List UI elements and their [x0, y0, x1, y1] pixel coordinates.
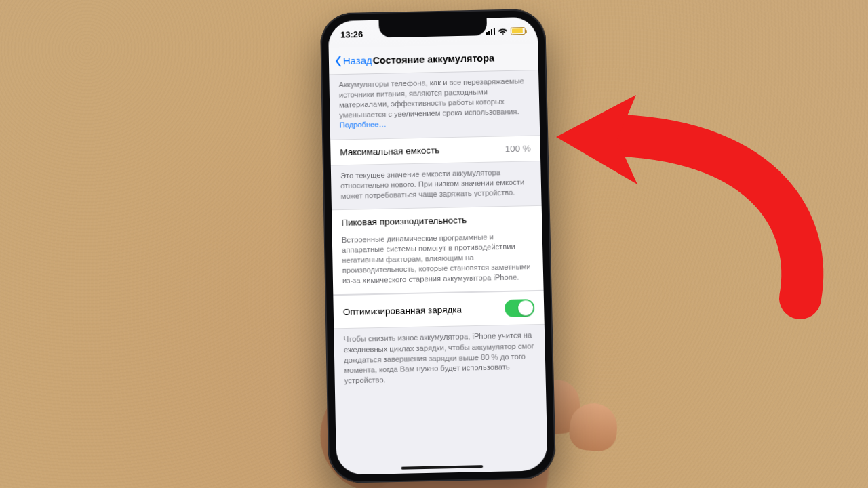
cellular-signal-icon — [486, 28, 495, 35]
navigation-bar: Назад Состояние аккумулятора — [329, 43, 538, 75]
max-capacity-label: Максимальная емкость — [340, 145, 439, 157]
iphone-device: 13:26 Назад Состояние аккумулятора — [320, 9, 556, 483]
back-button[interactable]: Назад — [332, 52, 375, 70]
settings-content[interactable]: Аккумуляторы телефона, как и все перезар… — [329, 70, 546, 394]
peak-performance-header: Пиковая производительность — [332, 205, 542, 235]
wifi-icon — [498, 26, 508, 36]
max-capacity-cell[interactable]: Максимальная емкость 100 % — [330, 135, 540, 165]
phone-screen: 13:26 Назад Состояние аккумулятора — [328, 17, 548, 475]
optimized-charging-label: Оптимизированная зарядка — [343, 304, 462, 317]
intro-footnote: Аккумуляторы телефона, как и все перезар… — [329, 70, 540, 139]
status-time: 13:26 — [340, 29, 363, 40]
intro-text: Аккумуляторы телефона, как и все перезар… — [338, 77, 524, 119]
optimized-charging-cell[interactable]: Оптимизированная зарядка — [333, 291, 544, 329]
battery-icon — [511, 27, 526, 35]
home-indicator[interactable] — [401, 465, 484, 470]
optimized-charging-note: Чтобы снизить износ аккумулятора, iPhone… — [334, 325, 546, 394]
max-capacity-value: 100 % — [505, 143, 531, 154]
chevron-left-icon — [334, 55, 342, 67]
back-label: Назад — [343, 54, 372, 66]
learn-more-link[interactable]: Подробнее… — [340, 121, 387, 129]
notch — [378, 18, 487, 37]
optimized-charging-toggle[interactable] — [505, 300, 535, 318]
photo-scene: 13:26 Назад Состояние аккумулятора — [0, 0, 868, 488]
peak-performance-note: Встроенные динамические программные и ап… — [332, 231, 544, 296]
annotation-arrow-icon — [542, 75, 827, 332]
max-capacity-note: Это текущее значение емкости аккумулятор… — [331, 161, 542, 210]
peak-performance-label: Пиковая производительность — [341, 215, 467, 228]
